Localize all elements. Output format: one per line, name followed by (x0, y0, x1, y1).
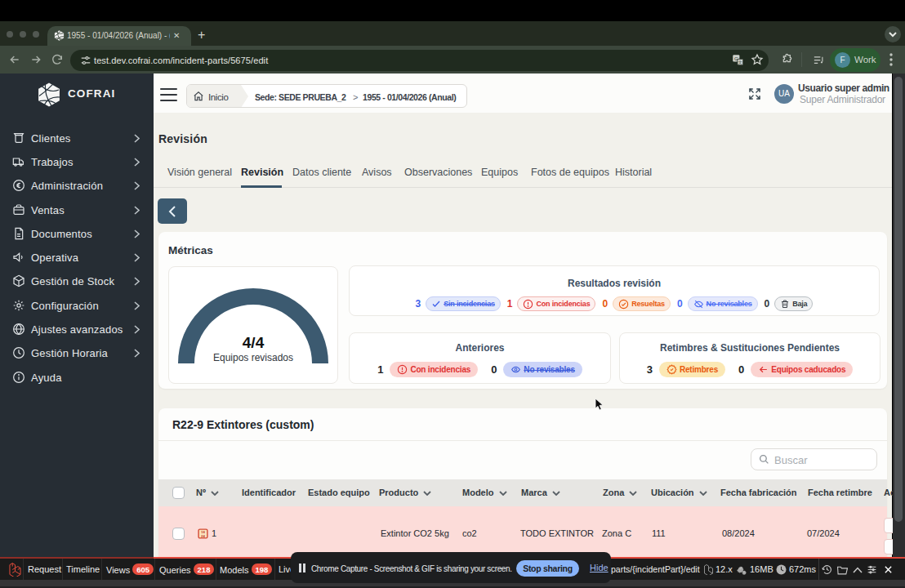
svg-text:文: 文 (738, 60, 742, 65)
svg-text:18: 18 (201, 530, 205, 534)
svg-text:24: 24 (201, 534, 205, 538)
